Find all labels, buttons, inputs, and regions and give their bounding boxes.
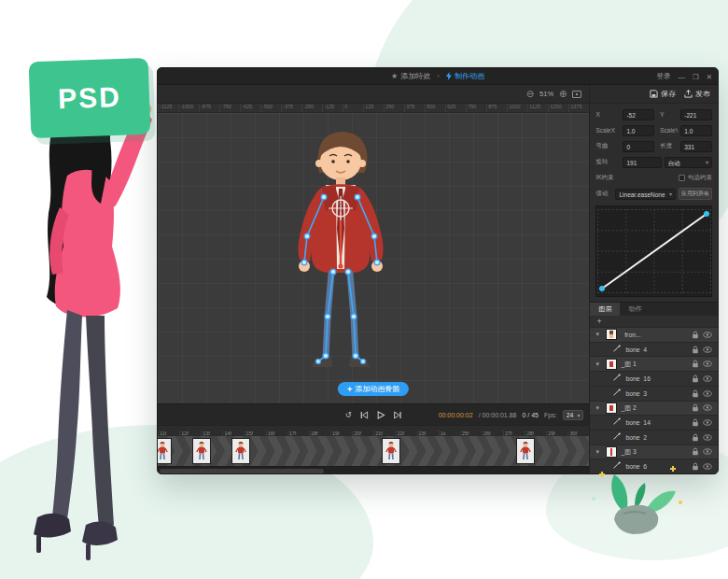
lock-icon[interactable] xyxy=(692,462,699,471)
ik-checkbox[interactable] xyxy=(679,175,685,181)
layer-row[interactable]: ▾ _图 2 xyxy=(590,402,718,417)
history-icon[interactable]: ↺ xyxy=(345,411,352,419)
woman-illustration xyxy=(6,86,178,567)
star-icon: ★ xyxy=(391,72,398,80)
keyframe-thumbnail[interactable] xyxy=(192,438,211,464)
add-layer-button[interactable]: + xyxy=(596,318,601,326)
y-field[interactable]: -221 xyxy=(680,109,712,120)
lock-icon[interactable] xyxy=(692,418,699,427)
minimize-button[interactable]: — xyxy=(678,73,685,81)
caret-down-icon[interactable]: ▾ xyxy=(595,360,602,368)
lock-icon[interactable] xyxy=(692,389,699,398)
apply-all-button[interactable]: 应用到所有 xyxy=(679,188,712,200)
layer-label: _fron... xyxy=(621,332,688,338)
lock-icon[interactable] xyxy=(692,433,699,442)
lock-icon[interactable] xyxy=(692,346,699,354)
bend-label: 弯曲 xyxy=(595,142,620,150)
lock-icon[interactable] xyxy=(692,374,699,383)
y-label: Y xyxy=(657,111,678,118)
fps-select[interactable]: 24 ▾ xyxy=(563,410,584,420)
play-button[interactable] xyxy=(377,411,385,419)
fps-label: Fps: xyxy=(544,412,557,418)
rotate-mode-select[interactable]: 自动 ▾ xyxy=(665,157,712,168)
close-button[interactable]: ✕ xyxy=(707,73,712,81)
scalex-field[interactable]: 1.0 xyxy=(623,125,654,136)
scaley-field[interactable]: 1.0 xyxy=(680,125,712,136)
thumbnail-figure xyxy=(235,441,246,461)
ruler-tick: 1125 xyxy=(527,104,548,112)
layer-row[interactable]: ▾ bone_4 xyxy=(590,343,718,358)
scene: PSD ★ 添加特效 › 制作动画 xyxy=(0,0,728,579)
save-button[interactable]: 保存 xyxy=(650,89,676,99)
caret-down-icon[interactable]: ▾ xyxy=(595,404,602,412)
layer-label: bone_2 xyxy=(625,434,688,441)
scalex-label: ScaleX xyxy=(595,127,620,134)
zoom-in-icon[interactable]: ⊕ xyxy=(559,90,567,99)
step-forward-button[interactable] xyxy=(394,411,402,419)
layer-row[interactable]: ▾ _图 3 xyxy=(590,445,718,460)
easing-value: Linear.easeNone xyxy=(619,190,665,199)
keyframe-thumbnail[interactable] xyxy=(516,438,535,464)
lock-icon[interactable] xyxy=(692,403,699,412)
publish-button[interactable]: 发布 xyxy=(684,89,710,99)
eye-icon[interactable] xyxy=(703,463,712,470)
eye-icon[interactable] xyxy=(703,434,712,441)
x-field[interactable]: -52 xyxy=(623,109,654,120)
easing-select[interactable]: Linear.easeNone ▾ xyxy=(615,189,676,200)
easing-curve-editor[interactable] xyxy=(595,205,712,297)
ruler-tick: 625 xyxy=(445,104,466,112)
lock-icon[interactable] xyxy=(692,331,699,339)
layer-row[interactable]: ▾ bone_14 xyxy=(590,416,718,431)
scrollbar-handle[interactable] xyxy=(160,469,324,473)
chevron-down-icon: ▾ xyxy=(577,412,580,418)
eye-icon[interactable] xyxy=(703,448,712,455)
caret-down-icon[interactable]: ▾ xyxy=(595,448,602,456)
lock-icon[interactable] xyxy=(692,360,699,368)
timeline-scrollbar[interactable] xyxy=(158,466,589,474)
bend-field[interactable]: 0 xyxy=(623,141,654,152)
eye-icon[interactable] xyxy=(703,360,712,367)
tab-layers[interactable]: 图层 xyxy=(590,303,620,316)
character-rig[interactable] xyxy=(270,126,410,380)
chevron-right-icon: › xyxy=(437,72,440,80)
restore-button[interactable]: ❐ xyxy=(693,73,699,81)
easing-curve xyxy=(597,209,711,293)
length-field[interactable]: 331 xyxy=(680,141,712,152)
lock-icon[interactable] xyxy=(692,447,699,456)
eye-icon[interactable] xyxy=(703,332,712,338)
eye-icon[interactable] xyxy=(703,404,712,411)
step-back-button[interactable] xyxy=(360,411,369,419)
tab-make-animation[interactable]: 制作动画 xyxy=(446,71,484,81)
tab-actions[interactable]: 动作 xyxy=(620,303,650,316)
bone-icon xyxy=(612,374,622,384)
thumbnail-figure xyxy=(520,441,531,461)
layer-row[interactable]: ▾ _图 1 xyxy=(590,357,718,372)
layer-row[interactable]: ▾ bone_2 xyxy=(590,431,718,445)
eye-icon[interactable] xyxy=(703,390,712,397)
keyframe-thumbnail[interactable] xyxy=(231,438,250,464)
properties-panel: 保存 发布 X -52 Y -221 ScaleX xyxy=(589,85,718,474)
zoom-out-icon[interactable]: ⊖ xyxy=(526,90,534,99)
layer-label: _图 1 xyxy=(621,360,688,369)
keyframe-track[interactable] xyxy=(158,436,589,466)
rotate-field[interactable]: 191 xyxy=(623,157,661,168)
caret-down-icon[interactable]: ▾ xyxy=(595,331,602,338)
layer-row[interactable]: ▾ _fron... xyxy=(590,328,718,343)
layer-row[interactable]: ▾ bone_16 xyxy=(590,372,718,387)
layer-row-icons xyxy=(692,433,712,442)
layer-row[interactable]: ▾ bone_3 xyxy=(590,387,718,402)
layer-label: bone_16 xyxy=(625,375,688,382)
keyframe-thumbnail[interactable] xyxy=(382,438,400,464)
app-window: ★ 添加特效 › 制作动画 登录 — ❐ ✕ ⊖ 51 xyxy=(157,67,719,474)
timeline-controls: ↺ 00:00:00:02 xyxy=(158,404,589,425)
eye-icon[interactable] xyxy=(703,375,712,382)
fit-screen-icon[interactable] xyxy=(572,91,581,98)
eye-icon[interactable] xyxy=(703,346,712,353)
tab-add-effects[interactable]: ★ 添加特效 xyxy=(391,71,430,81)
stage-canvas[interactable]: + 添加动画骨骼 xyxy=(158,113,589,403)
add-bone-button[interactable]: + 添加动画骨骼 xyxy=(338,382,409,396)
login-button[interactable]: 登录 xyxy=(656,72,670,81)
bone-icon xyxy=(612,345,622,355)
eye-icon[interactable] xyxy=(703,419,712,426)
tab-make-animation-label: 制作动画 xyxy=(455,71,484,81)
